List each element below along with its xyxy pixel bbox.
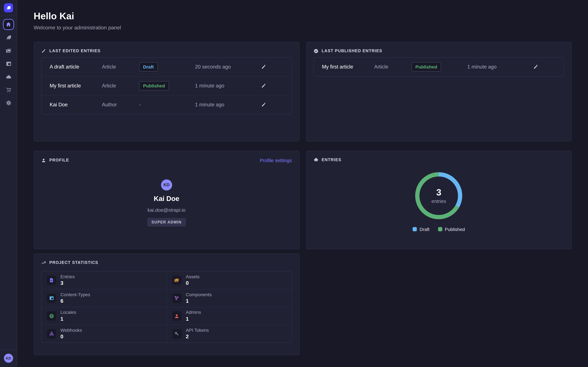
entries-donut-chart: 3 entries	[414, 171, 463, 220]
images-icon	[5, 48, 12, 54]
entry-name: My first article	[50, 83, 102, 89]
donut-total-label: entries	[431, 198, 446, 204]
last-edited-entries-card: LAST EDITED ENTRIES A draft article Arti…	[34, 42, 299, 142]
stat-content-types: Content-Types 6	[42, 289, 167, 307]
entry-row: My first article Article Published 1 min…	[42, 76, 292, 95]
last-published-table: My first article Article Published 1 min…	[313, 58, 564, 77]
strapi-logo-button[interactable]	[4, 3, 13, 12]
entry-name: A draft article	[50, 64, 102, 70]
stat-value: 1	[61, 316, 76, 322]
stat-label: API Tokens	[186, 327, 209, 333]
strapi-logo-icon	[6, 5, 11, 11]
edit-entry-button[interactable]	[259, 81, 268, 91]
pencil-icon	[261, 102, 266, 108]
project-statistics-grid: Entries 3	[41, 271, 292, 343]
stat-value: 1	[186, 298, 212, 305]
card-header: PROFILE Profile settings	[34, 151, 299, 163]
role-badge: SUPER ADMIN	[147, 218, 186, 226]
status-badge: Draft	[139, 62, 158, 72]
profile-body: KD Kai Doe kai.doe@strapi.io SUPER ADMIN	[34, 163, 299, 226]
entry-time: 1 minute ago	[195, 102, 235, 108]
edit-entry-button[interactable]	[259, 100, 268, 109]
project-statistics-card: PROJECT STATISTICS Entries	[34, 253, 299, 355]
sidebar-item-settings[interactable]	[2, 96, 15, 109]
last-edited-table: A draft article Article Draft 20 seconds…	[41, 58, 292, 115]
stat-entries: Entries 3	[42, 271, 167, 289]
user-avatar[interactable]: KD	[4, 354, 13, 363]
sidebar-item-content-type-builder[interactable]	[2, 57, 15, 70]
stat-value: 2	[186, 334, 209, 340]
card-title: LAST PUBLISHED ENTRIES	[322, 49, 382, 53]
entries-chart-body: 3 entries Draft Published	[306, 162, 571, 232]
profile-card: PROFILE Profile settings KD Kai Doe kai.…	[34, 151, 299, 249]
sidebar-item-marketplace[interactable]	[2, 83, 15, 96]
page-subtitle: Welcome to your administration panel	[34, 25, 572, 31]
stat-label: Webhooks	[61, 327, 82, 333]
entry-type: Article	[102, 83, 139, 89]
chart-legend: Draft Published	[413, 227, 465, 232]
sidebar-item-home[interactable]	[3, 19, 14, 30]
nodes-icon	[174, 296, 180, 301]
entries-chart-card: ENTRIES 3 entries	[306, 151, 572, 249]
sidebar-bottom: KD	[0, 350, 17, 367]
pencil-icon	[41, 49, 46, 53]
entry-row: Kai Doe Author - 1 minute ago	[42, 95, 292, 114]
entry-type: Author	[102, 102, 139, 108]
entry-time: 1 minute ago	[467, 64, 508, 70]
entry-time: 1 minute ago	[195, 83, 235, 89]
stat-value: 6	[61, 298, 90, 305]
key-icon	[174, 331, 180, 336]
edit-entry-button[interactable]	[259, 62, 268, 72]
entry-row: A draft article Article Draft 20 seconds…	[42, 58, 292, 76]
stat-label: Locales	[61, 310, 76, 316]
status-empty: -	[139, 102, 195, 108]
edit-entry-button[interactable]	[531, 62, 540, 72]
stat-value: 0	[61, 334, 82, 340]
stat-value: 0	[186, 280, 199, 287]
card-title: PROJECT STATISTICS	[49, 260, 98, 265]
sidebar-item-media-library[interactable]	[2, 44, 15, 57]
stat-label: Entries	[61, 274, 75, 280]
card-title: PROFILE	[49, 158, 69, 163]
donut-total: 3	[436, 188, 441, 198]
donut-center: 3 entries	[414, 171, 463, 220]
empty-grid-cell	[306, 253, 572, 355]
stat-value: 1	[186, 316, 201, 322]
sidebar-nav	[2, 18, 15, 109]
pencil-icon	[533, 64, 538, 70]
profile-avatar: KD	[161, 179, 172, 191]
pencil-icon	[261, 64, 266, 70]
layout-icon	[49, 296, 54, 301]
legend-label: Draft	[420, 227, 430, 232]
main-content: Hello Kai Welcome to your administration…	[17, 0, 588, 367]
pencil-icon	[261, 83, 266, 89]
stat-assets: Assets 0	[167, 271, 292, 289]
status-badge: Published	[139, 81, 169, 91]
sidebar-item-deploy[interactable]	[2, 70, 15, 83]
sidebar-divider-bottom	[0, 350, 17, 350]
stat-label: Assets	[186, 274, 199, 280]
user-icon	[174, 313, 180, 318]
user-icon	[41, 158, 46, 163]
legend-label: Published	[445, 227, 465, 232]
images-icon	[174, 278, 180, 283]
card-header: LAST PUBLISHED ENTRIES	[306, 42, 571, 53]
stat-label: Content-Types	[61, 292, 90, 298]
puzzle-icon	[313, 158, 318, 162]
legend-swatch-draft	[413, 227, 417, 232]
legend-item-draft: Draft	[413, 227, 430, 232]
sidebar-item-content-manager[interactable]	[2, 31, 15, 44]
layout-icon	[5, 60, 12, 67]
profile-settings-link[interactable]: Profile settings	[260, 158, 292, 163]
feather-icon	[5, 34, 12, 41]
sidebar-divider-top	[0, 16, 17, 16]
card-title: ENTRIES	[322, 158, 341, 162]
card-header: ENTRIES	[306, 151, 571, 162]
trend-up-icon	[41, 260, 46, 265]
cloud-icon	[5, 74, 12, 80]
gear-icon	[5, 100, 12, 106]
stat-label: Components	[186, 292, 212, 298]
stat-components: Components 1	[167, 289, 292, 307]
legend-item-published: Published	[438, 227, 465, 232]
stat-admins: Admins 1	[167, 307, 292, 325]
